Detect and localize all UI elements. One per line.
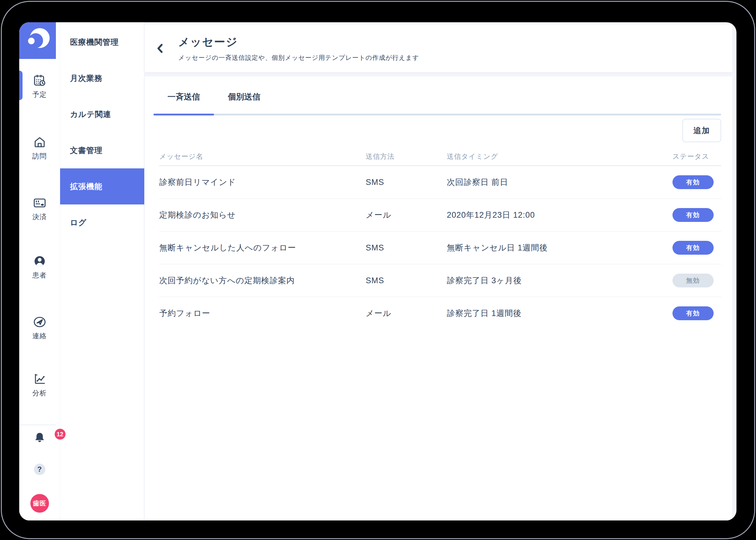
- table-header-row: メッセージ名 送信方法 送信タイミング ステータス: [159, 147, 721, 166]
- table-row[interactable]: 診察前日リマインド SMS 次回診察日 前日 有効: [159, 166, 721, 199]
- help-button[interactable]: ?: [19, 464, 60, 475]
- active-tab-indicator: [154, 114, 214, 115]
- rail-item-label: 訪問: [33, 152, 47, 161]
- user-avatar[interactable]: 歯医: [19, 494, 60, 513]
- cell-send-timing: 無断キャンセル日 1週間後: [447, 242, 673, 253]
- rail-item-contact[interactable]: 連絡: [19, 315, 60, 340]
- bell-icon: [33, 431, 47, 444]
- add-button[interactable]: 追加: [682, 119, 721, 142]
- avatar-label: 歯医: [30, 494, 49, 513]
- screen: 予定 訪問 決済: [0, 0, 756, 540]
- cell-message-name: 無断キャンセルした人へのフォロー: [159, 242, 366, 253]
- rail-item-analytics[interactable]: 分析: [19, 372, 60, 398]
- paper-plane-icon: [33, 315, 47, 329]
- cell-message-name: 定期検診のお知らせ: [159, 209, 366, 220]
- cell-send-method: メール: [366, 209, 447, 220]
- card-icon: [33, 196, 47, 210]
- app-window: 予定 訪問 決済: [19, 22, 736, 520]
- rail-item-label: 決済: [33, 212, 47, 221]
- rail-item-label: 連絡: [33, 331, 47, 340]
- status-badge: 無効: [673, 274, 714, 287]
- cell-send-method: SMS: [366, 178, 447, 187]
- icon-rail: 予定 訪問 決済: [19, 22, 60, 520]
- logo-icon: [19, 22, 56, 59]
- status-badge: 有効: [673, 175, 714, 189]
- home-icon: [33, 135, 47, 149]
- status-badge: 有効: [673, 241, 714, 255]
- status-badge: 有効: [673, 208, 714, 222]
- help-icon: ?: [34, 464, 46, 475]
- main-area: メッセージ メッセージの一斉送信設定や、個別メッセージ用テンプレートの作成が行え…: [145, 22, 732, 520]
- cell-send-timing: 2020年12月23日 12:00: [447, 209, 673, 220]
- rail-item-visit[interactable]: 訪問: [19, 135, 60, 161]
- rail-item-schedule[interactable]: 予定: [19, 73, 60, 99]
- menu-item-medical-org[interactable]: 医療機関管理: [60, 24, 144, 60]
- tab-individual-send[interactable]: 個別送信: [214, 91, 274, 106]
- rail-item-label: 患者: [33, 271, 47, 280]
- menu-item-extensions[interactable]: 拡張機能: [60, 168, 144, 204]
- chart-icon: [33, 372, 47, 386]
- page-header: メッセージ メッセージの一斉送信設定や、個別メッセージ用テンプレートの作成が行え…: [145, 24, 732, 72]
- title-block: メッセージ メッセージの一斉送信設定や、個別メッセージ用テンプレートの作成が行え…: [178, 35, 419, 62]
- cell-send-method: SMS: [366, 243, 447, 253]
- content-card: 一斉送信 個別送信 追加 メッセージ名 送信方法 送信タイミング ステータス: [145, 76, 732, 520]
- status-badge: 有効: [673, 306, 714, 320]
- col-header-message-name: メッセージ名: [159, 152, 366, 161]
- col-header-send-method: 送信方法: [366, 152, 447, 161]
- calendar-clock-icon: [33, 73, 47, 88]
- cell-message-name: 予約フォロー: [159, 308, 366, 319]
- menu-item-chart-related[interactable]: カルテ関連: [60, 96, 144, 132]
- rail-item-patient[interactable]: 患者: [19, 254, 60, 280]
- table-row[interactable]: 予約フォロー メール 診察完了日 1週間後 有効: [159, 297, 721, 330]
- cell-message-name: 次回予約がない方への定期検診案内: [159, 275, 366, 286]
- page-title: メッセージ: [178, 35, 419, 50]
- col-header-send-timing: 送信タイミング: [447, 152, 673, 161]
- table-row[interactable]: 次回予約がない方への定期検診案内 SMS 診察完了日 3ヶ月後 無効: [159, 264, 721, 297]
- back-button[interactable]: [155, 42, 165, 55]
- cell-send-method: メール: [366, 308, 447, 319]
- notification-badge: 12: [55, 429, 65, 440]
- table-row[interactable]: 定期検診のお知らせ メール 2020年12月23日 12:00 有効: [159, 199, 721, 231]
- chevron-left-icon: [156, 43, 164, 54]
- menu-item-log[interactable]: ログ: [60, 204, 144, 240]
- rail-divider: [19, 425, 56, 425]
- cell-message-name: 診察前日リマインド: [159, 177, 366, 188]
- menu-item-monthly-work[interactable]: 月次業務: [60, 60, 144, 96]
- tab-bar: 一斉送信 個別送信: [145, 76, 732, 106]
- sidebar-menu: 医療機関管理 月次業務 カルテ関連 文書管理 拡張機能 ログ: [60, 22, 145, 520]
- page-subtitle: メッセージの一斉送信設定や、個別メッセージ用テンプレートの作成が行えます: [178, 54, 419, 62]
- cell-send-timing: 診察完了日 1週間後: [447, 308, 673, 319]
- cell-send-timing: 診察完了日 3ヶ月後: [447, 275, 673, 286]
- rail-item-label: 分析: [33, 388, 47, 398]
- message-table: メッセージ名 送信方法 送信タイミング ステータス 診察前日リマインド SMS …: [159, 147, 721, 330]
- rail-item-payment[interactable]: 決済: [19, 196, 60, 221]
- rail-item-label: 予定: [33, 90, 47, 99]
- tab-bulk-send[interactable]: 一斉送信: [154, 91, 214, 106]
- menu-item-document-mgmt[interactable]: 文書管理: [60, 132, 144, 168]
- patient-icon: [33, 254, 47, 268]
- table-row[interactable]: 無断キャンセルした人へのフォロー SMS 無断キャンセル日 1週間後 有効: [159, 231, 721, 264]
- notification-bell-button[interactable]: 12: [19, 429, 60, 447]
- col-header-status: ステータス: [673, 152, 721, 161]
- app-logo[interactable]: [19, 22, 56, 59]
- cell-send-timing: 次回診察日 前日: [447, 177, 673, 188]
- tab-track: [154, 114, 721, 115]
- cell-send-method: SMS: [366, 276, 447, 285]
